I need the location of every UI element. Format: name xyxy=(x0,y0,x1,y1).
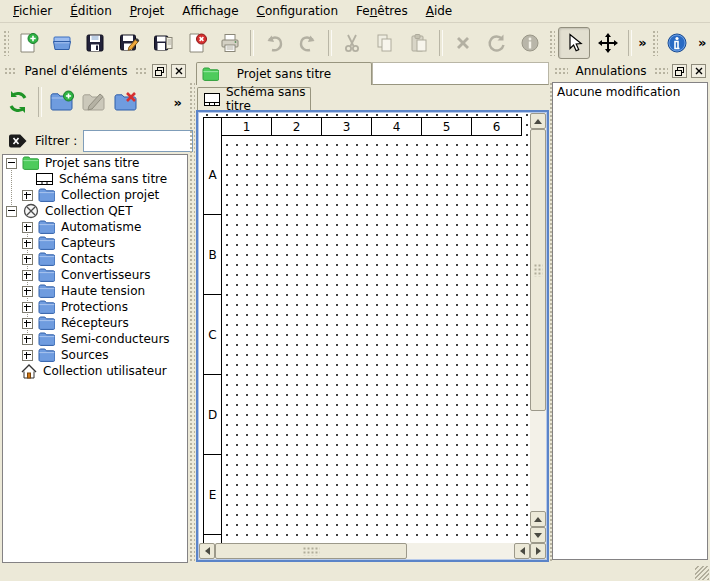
new-category-button[interactable] xyxy=(46,86,78,118)
undo-button[interactable] xyxy=(258,27,290,59)
toolbar-extension-button[interactable]: » xyxy=(174,95,182,110)
new-document-button[interactable] xyxy=(12,27,44,59)
toolbar-handle[interactable] xyxy=(549,30,555,56)
print-button[interactable] xyxy=(214,27,246,59)
reload-button[interactable] xyxy=(2,86,34,118)
toolbar-extension-button[interactable]: » xyxy=(694,30,710,56)
menu-configuration[interactable]: Configuration xyxy=(248,1,347,21)
edit-category-icon xyxy=(81,89,107,115)
edit-category-button[interactable] xyxy=(78,86,110,118)
tree-item[interactable]: Contacts xyxy=(3,251,187,267)
redo-button[interactable] xyxy=(292,27,324,59)
save-as-button[interactable] xyxy=(113,27,145,59)
filter-input[interactable] xyxy=(83,130,193,152)
schema-tabbar: Schéma sans titre xyxy=(196,86,549,110)
undo-history-list[interactable]: Aucune modification xyxy=(552,82,708,560)
delete-category-button[interactable] xyxy=(110,86,142,118)
tree-item[interactable]: Collection utilisateur xyxy=(3,363,187,379)
tree-item[interactable]: Capteurs xyxy=(3,235,187,251)
tree-item[interactable]: Collection projet xyxy=(3,187,187,203)
tree-item[interactable]: Haute tension xyxy=(3,283,187,299)
undo-panel-title: Annulations xyxy=(572,64,651,78)
open-document-button[interactable] xyxy=(46,27,78,59)
rotate-button[interactable] xyxy=(481,27,513,59)
arrow-up-icon xyxy=(534,517,542,522)
schema-canvas[interactable]: 123456 ABCDE xyxy=(196,110,549,562)
about-info-button[interactable] xyxy=(661,27,693,59)
element-info-button[interactable] xyxy=(514,27,546,59)
tree-indent-spacer xyxy=(6,371,20,372)
menu-fichier[interactable]: Fichier xyxy=(4,1,61,21)
tree-item[interactable]: Automatisme xyxy=(3,219,187,235)
close-panel-button[interactable] xyxy=(691,64,706,78)
undo-panel-titlebar[interactable]: Annulations xyxy=(552,62,708,80)
menu-fenetres[interactable]: Fenêtres xyxy=(347,1,417,21)
tree-item[interactable]: Semi-conducteurs xyxy=(3,331,187,347)
tab-project[interactable]: Projet sans titre xyxy=(196,62,372,85)
move-mode-button[interactable] xyxy=(592,27,624,59)
menu-affichage[interactable]: Affichage xyxy=(173,1,247,21)
collapse-expander-icon[interactable] xyxy=(6,206,17,217)
elements-panel-titlebar[interactable]: Panel d'éléments xyxy=(2,62,188,80)
window-resize-grip[interactable] xyxy=(695,566,709,580)
tree-item-label: Capteurs xyxy=(61,236,115,250)
expand-expander-icon[interactable] xyxy=(22,238,33,249)
expand-expander-icon[interactable] xyxy=(22,270,33,281)
expand-expander-icon[interactable] xyxy=(22,286,33,297)
scroll-up-button-2[interactable] xyxy=(530,511,546,527)
paste-button[interactable] xyxy=(403,27,435,59)
grid-column-header: 6 xyxy=(472,117,522,136)
toolbar-separator xyxy=(628,30,632,56)
horizontal-scrollbar[interactable] xyxy=(199,543,546,559)
grid-row-header: A xyxy=(203,135,222,215)
toolbar-extension-button[interactable]: » xyxy=(635,30,651,56)
expand-expander-icon[interactable] xyxy=(22,350,33,361)
tree-item[interactable]: Sources xyxy=(3,347,187,363)
tree-item[interactable]: Protections xyxy=(3,299,187,315)
select-mode-button[interactable] xyxy=(558,27,590,59)
copy-button[interactable] xyxy=(369,27,401,59)
horizontal-scroll-thumb[interactable] xyxy=(215,543,407,559)
vertical-scrollbar[interactable] xyxy=(530,113,546,543)
clear-filter-button[interactable] xyxy=(8,133,29,149)
menu-aide[interactable]: Aide xyxy=(417,1,462,21)
collapse-expander-icon[interactable] xyxy=(6,158,17,169)
float-panel-button[interactable] xyxy=(672,64,687,78)
scroll-down-button[interactable] xyxy=(530,527,546,543)
tree-item[interactable]: Récepteurs xyxy=(3,315,187,331)
tab-schema[interactable]: Schéma sans titre xyxy=(197,87,311,110)
schema-grid-area[interactable]: 123456 ABCDE xyxy=(199,113,530,543)
expand-expander-icon[interactable] xyxy=(22,302,33,313)
scroll-left-button-2[interactable] xyxy=(514,543,530,559)
menu-edition[interactable]: Édition xyxy=(61,1,121,21)
float-panel-button[interactable] xyxy=(152,64,167,78)
save-all-button[interactable] xyxy=(147,27,179,59)
tree-item[interactable]: Schéma sans titre xyxy=(3,171,187,187)
scroll-left-button[interactable] xyxy=(199,543,215,559)
save-button[interactable] xyxy=(79,27,111,59)
open-document-icon xyxy=(51,32,73,54)
toolbar-handle[interactable] xyxy=(652,30,658,56)
folder-icon xyxy=(38,315,55,331)
scroll-right-button[interactable] xyxy=(530,543,546,559)
close-panel-button[interactable] xyxy=(171,64,186,78)
tree-item[interactable]: Projet sans titre xyxy=(3,155,187,171)
scroll-up-button[interactable] xyxy=(530,113,546,129)
tree-item[interactable]: Convertisseurs xyxy=(3,267,187,283)
redo-icon xyxy=(297,32,319,54)
toolbar-handle[interactable] xyxy=(3,30,9,56)
expand-expander-icon[interactable] xyxy=(22,318,33,329)
expand-expander-icon[interactable] xyxy=(22,334,33,345)
cut-button[interactable] xyxy=(336,27,368,59)
menu-projet[interactable]: Projet xyxy=(121,1,173,21)
delete-button[interactable] xyxy=(447,27,479,59)
close-document-button[interactable] xyxy=(181,27,213,59)
vertical-scroll-thumb[interactable] xyxy=(530,129,546,411)
expand-expander-icon[interactable] xyxy=(22,222,33,233)
grid-row-header: E xyxy=(203,455,222,535)
expand-expander-icon[interactable] xyxy=(22,190,33,201)
tree-item[interactable]: Collection QET xyxy=(3,203,187,219)
dock-grip-texture xyxy=(554,67,568,76)
expand-expander-icon[interactable] xyxy=(22,254,33,265)
left-splitter[interactable] xyxy=(189,82,195,562)
